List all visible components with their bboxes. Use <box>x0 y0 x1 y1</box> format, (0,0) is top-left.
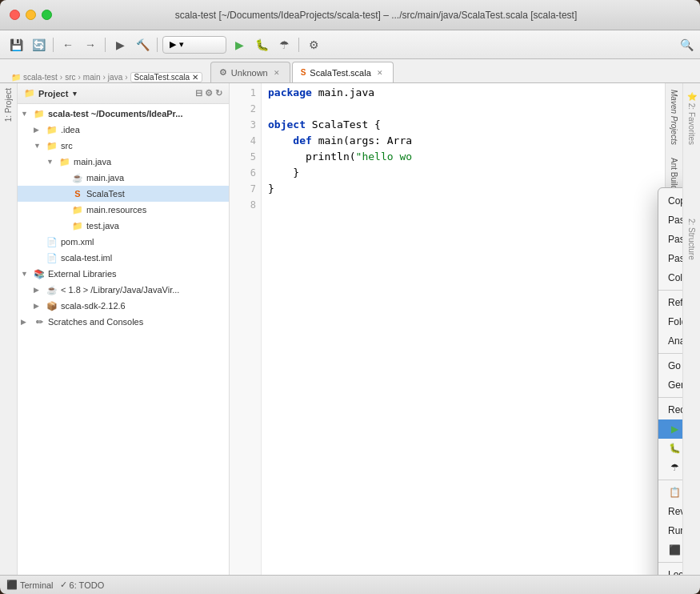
menu-item-copy-reference[interactable]: Copy Reference ⌥⇧⌘C <box>658 191 682 211</box>
project-header-label: Project <box>38 89 68 98</box>
menu-item-generate[interactable]: Generate... ⌘N <box>658 375 682 395</box>
favorites-label[interactable]: ⭐ 2: Favorites <box>685 86 698 150</box>
forward-btn[interactable]: → <box>81 35 100 54</box>
sync-icon[interactable]: ↻ <box>215 88 222 98</box>
menu-item-terminal[interactable]: ⬛ Open in terminal <box>658 540 682 560</box>
search-btn[interactable]: 🔍 <box>680 38 694 51</box>
structure-label[interactable]: 2: Structure <box>685 214 698 265</box>
project-header: 📁 Project ▾ ⊟ ⚙ ↻ <box>18 83 229 104</box>
menu-item-run[interactable]: ▶ Run 'ScalaTest' ^⇧R <box>658 419 682 439</box>
tree-iml[interactable]: ▶ 📄 scala-test.iml <box>18 250 229 266</box>
back-btn[interactable]: ← <box>58 35 78 54</box>
menu-item-local-history[interactable]: Local History ▶ <box>658 565 682 575</box>
scala-tab-close[interactable]: ✕ <box>375 68 385 78</box>
tree-scratches[interactable]: ▶ ✏ Scratches and Consoles <box>18 314 229 330</box>
tree-label-test-java: test.java <box>86 221 119 231</box>
menu-item-create[interactable]: 📋 Create 'ScalaTest'... <box>658 483 682 502</box>
menu-item-coverage[interactable]: ☂ Run 'ScalaTest' with Coverage <box>658 458 682 477</box>
project-icon: 📁 <box>11 73 21 82</box>
run-config-dropdown[interactable]: ▶ ▾ <box>162 36 226 54</box>
breadcrumb-sep-2: › <box>78 73 80 82</box>
tree-test-java[interactable]: ▶ 📁 test.java <box>18 218 229 234</box>
coverage-btn[interactable]: ☂ <box>274 35 294 54</box>
tree-icon-src: 📁 <box>46 140 58 151</box>
tree-pom[interactable]: ▶ 📄 pom.xml <box>18 234 229 250</box>
close-button[interactable] <box>10 10 20 20</box>
menu-item-analyze[interactable]: Analyze ▶ <box>658 331 682 351</box>
tree-scala-test[interactable]: ▶ S ScalaTest <box>18 186 229 202</box>
tree-scala-sdk[interactable]: ▶ 📦 scala-sdk-2.12.6 <box>18 298 229 314</box>
project-header-buttons: ⊟ ⚙ ↻ <box>195 88 222 98</box>
tree-main-resources[interactable]: ▶ 📁 main.resources <box>18 202 229 218</box>
tree-jdk[interactable]: ▶ ☕ < 1.8 > /Library/Java/JavaVir... <box>18 282 229 298</box>
tree-ext-libs[interactable]: ▼ 📚 External Libraries <box>18 266 229 282</box>
tree-label-root: scala-test ~/Documents/IdeaPr... <box>48 109 182 118</box>
debug-btn[interactable]: 🐛 <box>252 35 271 54</box>
toolbar-sep-4 <box>298 38 299 52</box>
tree-main-java[interactable]: ▶ ☕ main.java <box>18 170 229 186</box>
todo-label: 6: TODO <box>70 580 105 590</box>
terminal-label: Terminal <box>20 580 54 590</box>
tree-icon-ext-libs: 📚 <box>33 268 46 279</box>
menu-item-refactor[interactable]: Refactor ▶ <box>658 293 682 312</box>
terminal-icon: ⬛ <box>668 544 681 556</box>
run-btn[interactable]: ▶ <box>230 35 249 54</box>
menu-item-reveal[interactable]: Reveal in Finder <box>658 502 682 521</box>
unknown-tab[interactable]: ⚙ Unknown ✕ <box>210 62 290 82</box>
menu-label-analyze: Analyze <box>668 335 682 347</box>
menu-item-column-selection[interactable]: Column Selection Mode ⇧⌘8 <box>658 268 682 287</box>
menu-item-goto[interactable]: Go To ▶ <box>658 356 682 375</box>
settings-icon[interactable]: ⚙ <box>205 88 213 98</box>
tree-root[interactable]: ▼ 📁 scala-test ~/Documents/IdeaPr... <box>18 106 229 122</box>
maximize-button[interactable] <box>42 10 52 20</box>
project-tab-label: scala-test <box>23 73 58 82</box>
terminal-tab[interactable]: ⬛ Terminal <box>6 580 54 590</box>
menu-sep-4 <box>658 480 682 480</box>
project-tab[interactable]: 📁 scala-test › src › main › java › Scala… <box>6 72 207 82</box>
menu-item-paste-history[interactable]: Paste from History... ⇧⌘V <box>658 230 682 249</box>
tree-arrow-main: ▼ <box>46 158 56 166</box>
scala-tab[interactable]: S ScalaTest.scala ✕ <box>292 62 394 82</box>
menu-label-refactor: Refactor <box>668 297 682 308</box>
menu-item-paste[interactable]: Paste ⌘V <box>658 211 682 230</box>
tree-idea[interactable]: ▶ 📁 .idea <box>18 122 229 138</box>
tree-arrow-scratches: ▶ <box>21 318 30 326</box>
settings-btn[interactable]: ⚙ <box>304 35 323 54</box>
menu-label-generate: Generate... <box>668 379 682 391</box>
toolbar-sep-1 <box>53 38 54 52</box>
tree-label-scratches: Scratches and Consoles <box>48 317 143 327</box>
code-line-2 <box>268 101 676 117</box>
todo-tab[interactable]: ✓ 6: TODO <box>60 580 105 590</box>
tree-arrow-root: ▼ <box>21 110 30 118</box>
code-line-5: println("hello wo <box>268 149 676 165</box>
project-panel-label[interactable]: 1: Project <box>2 83 14 126</box>
tree-main[interactable]: ▼ 📁 main.java <box>18 154 229 170</box>
menu-item-debug[interactable]: 🐛 Debug 'ScalaTest' ^⇧D <box>658 439 682 458</box>
collapse-icon[interactable]: ⊟ <box>195 88 202 98</box>
code-area[interactable]: package main.java object ScalaTest { def… <box>262 83 682 575</box>
menu-label-scala-console: Run Scala Console <box>668 525 682 536</box>
unknown-tab-icon: ⚙ <box>219 67 227 78</box>
menu-item-folding[interactable]: Folding ▶ <box>658 312 682 331</box>
menu-item-paste-simple[interactable]: Paste Simple ⌥⌘V <box>658 249 682 268</box>
tree-src[interactable]: ▼ 📁 src <box>18 138 229 154</box>
run-config-btn[interactable]: ▶ <box>110 35 130 54</box>
maven-label[interactable]: Maven Projects <box>667 83 681 151</box>
tree-label-idea: .idea <box>61 125 80 134</box>
unknown-tab-close[interactable]: ✕ <box>272 68 282 78</box>
tree-arrow-idea: ▶ <box>34 126 43 134</box>
line-numbers: 1 2 3 4 5 6 7 8 <box>230 83 262 575</box>
minimize-button[interactable] <box>26 10 36 20</box>
tree-icon-main-resources: 📁 <box>71 204 84 215</box>
menu-item-recompile[interactable]: Recompile 'ScalaTest.scala' ⇧⌘F9 <box>658 400 682 419</box>
menu-label-reveal: Reveal in Finder <box>668 506 682 517</box>
tree-label-scala-sdk: scala-sdk-2.12.6 <box>61 301 126 311</box>
header-dropdown-icon[interactable]: ▾ <box>73 90 77 98</box>
save-all-btn[interactable]: 💾 <box>6 35 26 54</box>
editor-content: 1 2 3 4 5 6 7 8 package main.java <box>230 83 682 575</box>
menu-item-scala-console[interactable]: Run Scala Console ⇧⌘D <box>658 521 682 540</box>
code-line-3: object ScalaTest { <box>268 117 676 133</box>
sync-btn[interactable]: 🔄 <box>29 35 48 54</box>
build-btn[interactable]: 🔨 <box>133 35 152 54</box>
dropdown-arrow-icon: ▾ <box>179 39 184 50</box>
